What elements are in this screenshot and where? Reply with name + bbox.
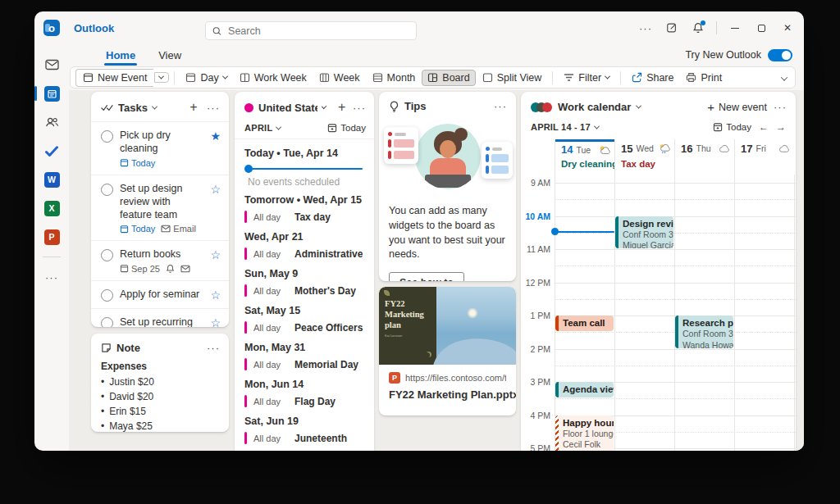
us-today-button[interactable]: Today bbox=[327, 123, 366, 133]
agenda-event[interactable]: All dayMother's Day bbox=[244, 284, 364, 297]
tab-home[interactable]: Home bbox=[104, 47, 137, 64]
view-day-button[interactable]: Day bbox=[180, 70, 232, 86]
tasks-add-button[interactable]: + bbox=[186, 100, 201, 115]
task-checkbox[interactable] bbox=[101, 130, 113, 143]
calendar-new-event-button[interactable]: +New event bbox=[707, 100, 767, 114]
search-box[interactable] bbox=[205, 21, 417, 40]
task-checkbox[interactable] bbox=[101, 317, 113, 328]
notifications-bell-icon[interactable] bbox=[687, 16, 710, 39]
agenda-date: Sun, May 9 bbox=[244, 268, 364, 279]
task-item[interactable]: Pick up dry cleaningToday★ bbox=[91, 121, 229, 175]
search-input[interactable] bbox=[228, 25, 409, 37]
day-header-thu[interactable]: 16Thu bbox=[674, 139, 734, 157]
filter-button[interactable]: Filter bbox=[558, 70, 615, 86]
view-work-week-button[interactable]: Work Week bbox=[234, 70, 313, 86]
try-new-outlook-toggle[interactable] bbox=[768, 49, 792, 61]
view-month-button[interactable]: Month bbox=[367, 70, 422, 86]
task-checkbox[interactable] bbox=[101, 249, 113, 261]
new-event-dropdown-chevron[interactable] bbox=[154, 72, 169, 83]
rail-powerpoint-icon[interactable]: P bbox=[39, 226, 64, 247]
us-card-add-button[interactable]: + bbox=[336, 100, 348, 115]
agenda-event[interactable]: All dayTax day bbox=[244, 211, 364, 223]
collapse-toolbar-chevron[interactable] bbox=[782, 72, 790, 84]
tasks-more-button[interactable]: ··· bbox=[206, 102, 221, 114]
us-agenda-list[interactable]: Today • Tue, Apr 14No events scheduledTo… bbox=[235, 139, 374, 451]
file-url-link[interactable]: https://files.contoso.com/teams/… bbox=[405, 373, 506, 383]
half-hour-line bbox=[555, 366, 796, 366]
agenda-event[interactable]: All dayFlag Day bbox=[244, 395, 364, 407]
star-icon[interactable]: ☆ bbox=[210, 289, 221, 301]
hour-label: 9 AM bbox=[521, 178, 550, 188]
calendar-more-button[interactable]: ··· bbox=[773, 101, 788, 113]
close-button[interactable]: ✕ bbox=[776, 16, 799, 39]
calendar-event[interactable]: Team call bbox=[555, 316, 614, 331]
event-color-bar bbox=[244, 432, 247, 444]
us-month-selector[interactable]: APRIL bbox=[244, 123, 281, 133]
agenda-event[interactable]: All dayJuneteenth bbox=[244, 432, 364, 444]
allday-event[interactable]: Tax day bbox=[614, 159, 674, 169]
task-item[interactable]: Return booksSep 25☆ bbox=[91, 240, 229, 279]
current-time-indicator bbox=[244, 165, 364, 173]
rail-word-icon[interactable]: W bbox=[39, 169, 64, 190]
next-week-arrow[interactable]: → bbox=[776, 121, 786, 133]
time-grid[interactable]: 9 AM10 AM11 AM12 PM1 PM2 PM3 PM4 PM5 PMD… bbox=[521, 175, 796, 451]
day-header-fri[interactable]: 17Fri bbox=[734, 139, 794, 157]
view-split-button[interactable]: Split View bbox=[477, 70, 548, 86]
view-board-button[interactable]: Board bbox=[422, 70, 475, 86]
agenda-event[interactable]: All dayMemorial Day bbox=[244, 358, 364, 370]
note-bullet: Erin $15 bbox=[101, 404, 219, 419]
tips-more-button[interactable]: ··· bbox=[493, 100, 508, 112]
tab-view[interactable]: View bbox=[157, 47, 183, 64]
rail-more-apps-button[interactable]: ··· bbox=[39, 266, 64, 288]
outlook-logo-icon[interactable]: o bbox=[43, 20, 60, 36]
star-icon[interactable]: ☆ bbox=[210, 184, 221, 195]
tasks-list-chevron[interactable] bbox=[152, 103, 158, 109]
star-icon[interactable]: ☆ bbox=[210, 317, 221, 328]
star-icon[interactable]: ★ bbox=[210, 130, 221, 142]
note-body[interactable]: Expenses Justin $20David $20Erin $15Maya… bbox=[91, 361, 229, 432]
task-item[interactable]: Set up recurring payment for insuranceEm… bbox=[91, 308, 229, 328]
us-card-chevron[interactable] bbox=[322, 103, 327, 109]
prev-week-arrow[interactable]: ← bbox=[759, 121, 769, 133]
task-checkbox[interactable] bbox=[101, 184, 113, 196]
rail-calendar-icon[interactable] bbox=[39, 83, 64, 104]
task-item[interactable]: Set up design review with feature teamTo… bbox=[91, 175, 229, 241]
calendar-event[interactable]: Happy hourFloor 1 loungeCecil Folk bbox=[555, 415, 614, 452]
titlebar-more-button[interactable]: ··· bbox=[634, 16, 657, 39]
work-calendar-chevron[interactable] bbox=[636, 103, 641, 109]
hour-label: 12 PM bbox=[521, 278, 550, 288]
calendar-event[interactable]: Research planConf Room 32/Wanda Howard bbox=[675, 316, 733, 348]
agenda-event[interactable]: All dayPeace Officers Me… bbox=[244, 321, 364, 334]
star-icon[interactable]: ☆ bbox=[210, 249, 221, 261]
new-event-button[interactable]: New Event bbox=[75, 69, 153, 87]
maximize-button[interactable] bbox=[750, 16, 773, 39]
date-range-selector[interactable]: APRIL 14 - 17 bbox=[531, 122, 599, 132]
view-week-button[interactable]: Week bbox=[313, 70, 366, 86]
calendar-event[interactable]: Design reviewConf Room 32/Miguel Garcia bbox=[615, 216, 673, 249]
rail-excel-icon[interactable]: X bbox=[39, 198, 64, 219]
task-checkbox[interactable] bbox=[101, 289, 113, 302]
see-how-to-button[interactable]: See how to bbox=[389, 272, 464, 281]
feed-icon[interactable] bbox=[660, 16, 683, 39]
note-more-button[interactable]: ··· bbox=[206, 342, 221, 354]
rail-mail-icon[interactable] bbox=[39, 54, 64, 75]
file-link-widget[interactable]: FY22 Marketing plan Kai Larsson P https:… bbox=[379, 287, 516, 415]
task-item[interactable]: Apply for seminar☆ bbox=[91, 280, 229, 308]
task-title: Return books bbox=[120, 247, 203, 261]
us-card-more-button[interactable]: ··· bbox=[353, 102, 366, 114]
day-header-wed[interactable]: 15Wed bbox=[614, 139, 674, 157]
day-name: Tue bbox=[576, 145, 591, 155]
allday-event[interactable]: Dry cleaning bbox=[555, 159, 614, 169]
calendar-event[interactable]: Agenda view bbox=[555, 382, 614, 397]
agenda-event[interactable]: All dayAdministrative bbox=[244, 247, 364, 260]
note-heading: Expenses bbox=[101, 361, 219, 372]
rail-todo-icon[interactable] bbox=[39, 140, 64, 161]
print-button[interactable]: Print bbox=[680, 70, 728, 86]
share-button[interactable]: Share bbox=[626, 70, 679, 86]
note-bullet: Maya $25 bbox=[101, 419, 219, 432]
day-header-tue[interactable]: 14Tue bbox=[555, 139, 614, 157]
calendar-today-button[interactable]: Today bbox=[713, 122, 751, 132]
minimize-button[interactable] bbox=[724, 16, 746, 39]
new-event-calendar-icon bbox=[83, 72, 94, 83]
rail-people-icon[interactable] bbox=[39, 111, 64, 133]
